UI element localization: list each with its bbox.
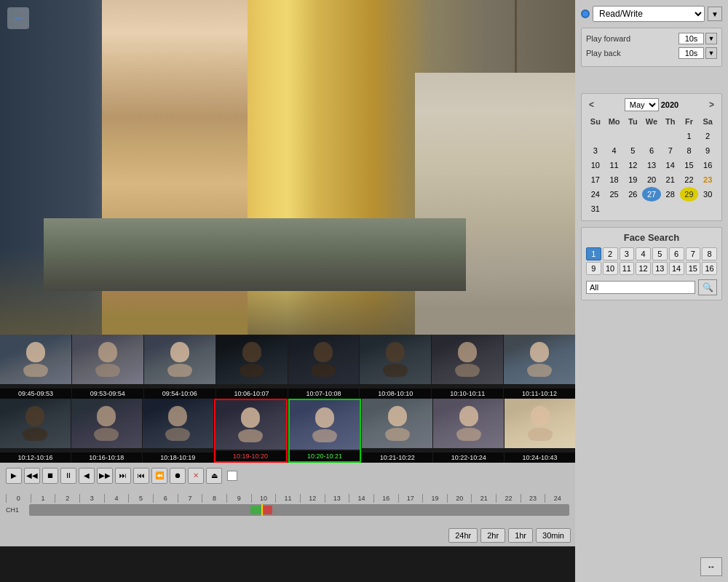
thumb-13[interactable]: 10:20-10:21 [288,399,362,463]
prev-clip-btn[interactable]: ⏪ [151,468,167,484]
cal-day-7[interactable]: 7 [661,143,680,158]
cal-dow-row: Su Mo Tu We Th Fr Sa [586,114,717,129]
pause-btn[interactable]: ⏸ [60,468,76,484]
timeline-track[interactable] [29,504,569,516]
face-num-11[interactable]: 11 [620,262,635,275]
thumb-11[interactable]: 10:18-10:19 [143,399,213,463]
cal-week-6: 31 [586,202,717,216]
face-num-1[interactable]: 1 [586,247,601,260]
cal-day-1[interactable]: 1 [680,129,699,143]
fast-forward-btn[interactable]: ▶▶ [97,468,113,484]
thumb-12[interactable]: 10:19-10:20 [214,399,288,463]
face-num-5[interactable]: 5 [652,247,668,260]
cal-day-16[interactable]: 16 [698,158,717,172]
thumb-7[interactable]: 10:10-10:11 [432,335,503,399]
back-button[interactable]: ← [7,7,29,29]
cal-day-5[interactable]: 5 [623,143,642,158]
clip-delete-btn[interactable]: ✕ [188,468,204,484]
face-num-12[interactable]: 12 [636,262,651,275]
record-btn[interactable]: ⏺ [170,468,186,484]
cal-day-20[interactable]: 20 [642,172,661,187]
cal-prev-btn[interactable]: < [586,100,597,110]
play-btn[interactable]: ▶ [6,468,22,484]
eject-btn[interactable]: ⏏ [206,468,222,484]
time-2hr-btn[interactable]: 2hr [480,528,505,543]
face-num-15[interactable]: 15 [686,262,701,275]
face-num-14[interactable]: 14 [669,262,684,275]
face-num-2[interactable]: 2 [603,247,618,260]
skip-end-btn[interactable]: ⏭ [115,468,131,484]
cal-day-8[interactable]: 8 [680,143,699,158]
cal-day-19[interactable]: 19 [623,172,642,187]
rw-dropdown-arrow[interactable]: ▼ [708,7,722,21]
cal-day-13[interactable]: 13 [642,158,661,172]
thumb-14[interactable]: 10:21-10:22 [362,399,432,463]
rw-radio[interactable] [581,9,590,18]
layout-tool-btn[interactable]: ↔ [700,557,722,576]
cal-day-31[interactable]: 31 [586,202,605,216]
thumb-3[interactable]: 09:54-10:06 [144,335,215,399]
face-num-16[interactable]: 16 [702,262,717,275]
cal-day-4[interactable]: 4 [605,143,624,158]
thumb-15[interactable]: 10:22-10:24 [433,399,504,463]
rw-dropdown[interactable]: Read/Write [593,6,705,22]
time-1hr-btn[interactable]: 1hr [508,528,533,543]
cal-day-11[interactable]: 11 [605,158,624,172]
face-all-input[interactable]: All [586,281,695,294]
cal-month-select[interactable]: May [625,98,659,111]
cal-day-29[interactable]: 29 [680,187,699,202]
face-num-10[interactable]: 10 [603,262,618,275]
play-forward-input[interactable] [678,33,704,44]
thumb-6[interactable]: 10:08-10:10 [360,335,431,399]
cal-day-14[interactable]: 14 [661,158,680,172]
cal-day-17[interactable]: 17 [586,172,605,187]
face-search-button[interactable]: 🔍 [698,279,717,295]
face-num-9[interactable]: 9 [586,262,601,275]
thumb-4[interactable]: 10:06-10:07 [216,335,288,399]
cal-day-empty-w6-3 [642,202,661,216]
cal-day-empty-w6-2 [623,202,642,216]
thumb-9[interactable]: 10:12-10:16 [0,399,71,463]
cal-day-25[interactable]: 25 [605,187,624,202]
play-forward-arrow[interactable]: ▼ [705,33,717,44]
cal-day-30[interactable]: 30 [698,187,717,202]
play-back-value-container: ▼ [678,47,717,59]
cal-day-9[interactable]: 9 [698,143,717,158]
cal-day-2[interactable]: 2 [698,129,717,143]
face-num-6[interactable]: 6 [669,247,684,260]
cal-day-10[interactable]: 10 [586,158,605,172]
time-24hr-btn[interactable]: 24hr [448,528,478,543]
cal-next-btn[interactable]: > [706,100,717,110]
cal-day-12[interactable]: 12 [623,158,642,172]
cal-day-27[interactable]: 27 [642,187,661,202]
thumb-16[interactable]: 10:24-10:43 [505,399,575,463]
thumb-10[interactable]: 10:16-10:18 [71,399,142,463]
thumb-1[interactable]: 09:45-09:53 [0,335,71,399]
play-back-input[interactable] [678,47,704,59]
cal-day-23[interactable]: 23 [698,172,717,187]
thumb-5[interactable]: 10:07-10:08 [288,335,360,399]
cal-day-22[interactable]: 22 [680,172,699,187]
cal-day-24[interactable]: 24 [586,187,605,202]
cal-day-26[interactable]: 26 [623,187,642,202]
cal-day-21[interactable]: 21 [661,172,680,187]
time-30min-btn[interactable]: 30min [536,528,571,543]
thumb-2[interactable]: 09:53-09:54 [72,335,143,399]
face-num-8[interactable]: 8 [702,247,717,260]
face-num-3[interactable]: 3 [620,247,635,260]
cal-day-15[interactable]: 15 [680,158,699,172]
skip-start-btn[interactable]: ⏮ [133,468,149,484]
step-back-btn[interactable]: ◀ [79,468,95,484]
face-num-7[interactable]: 7 [686,247,701,260]
stop-btn[interactable]: ⏹ [42,468,58,484]
thumb-8[interactable]: 10:11-10:12 [504,335,575,399]
cal-day-18[interactable]: 18 [605,172,624,187]
face-num-13[interactable]: 13 [652,262,668,275]
cal-day-empty-3 [623,129,642,143]
face-num-4[interactable]: 4 [636,247,651,260]
rewind-btn[interactable]: ◀◀ [24,468,40,484]
cal-day-28[interactable]: 28 [661,187,680,202]
cal-day-3[interactable]: 3 [586,143,605,158]
cal-day-6[interactable]: 6 [642,143,661,158]
play-back-arrow[interactable]: ▼ [705,47,717,59]
